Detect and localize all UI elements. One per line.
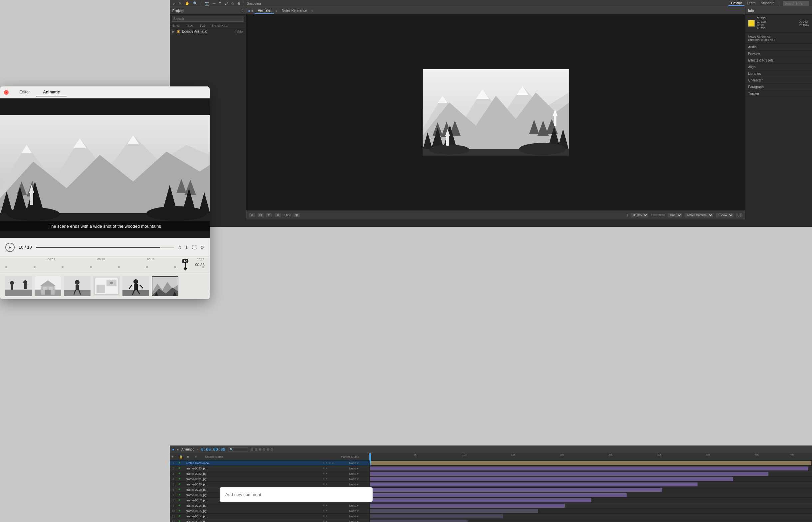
panel-character[interactable]: Character	[746, 77, 812, 84]
tl-icon-2[interactable]: ⊟	[255, 447, 257, 451]
tab-editor[interactable]: Editor	[13, 88, 36, 96]
lv-12[interactable]: 👁	[177, 520, 182, 522]
boords-progress-bar[interactable]	[36, 247, 174, 248]
home-icon[interactable]: ⌂	[172, 1, 176, 6]
tab-animatic[interactable]: Animatic	[36, 88, 66, 96]
hand-tool[interactable]: ✋	[185, 1, 190, 6]
project-menu-icon[interactable]: ☰	[240, 9, 243, 13]
lh-switches: Parent & Link	[341, 455, 368, 459]
shape-tool[interactable]: ◇	[231, 1, 235, 6]
view-select[interactable]: 1 View	[716, 213, 733, 218]
camera-select[interactable]: Active Camera	[684, 213, 713, 218]
filmstrip-frame-3[interactable]	[64, 276, 91, 296]
tl-icon-6[interactable]: ⊙	[271, 447, 273, 451]
quality-select[interactable]: Half	[668, 213, 682, 218]
viewer-trash[interactable]: 🗑	[293, 213, 300, 217]
workspace-learn[interactable]: Learn	[745, 1, 758, 6]
track-9	[369, 503, 812, 508]
layer-row-9[interactable]: 9 👁 frame-0016.jpg ⁜ ✦ None ▾	[170, 503, 369, 508]
layer-name-1: Notes Reference	[185, 461, 323, 465]
lv-4[interactable]: 👁	[177, 478, 182, 480]
layer-row-12[interactable]: 12 👁 frame-0013.jpg ⁜ ✦ None ▾	[170, 519, 369, 522]
filmstrip-frame-1[interactable]	[5, 276, 32, 296]
tl-search-input[interactable]	[228, 447, 248, 452]
svg-rect-52	[45, 289, 51, 295]
playhead[interactable]	[370, 453, 371, 461]
filmstrip-frame-5[interactable]	[122, 276, 149, 296]
music-icon[interactable]: ♫	[178, 245, 182, 250]
viewer-chan[interactable]: ⊕	[275, 213, 281, 217]
download-icon[interactable]: ⬇	[185, 245, 189, 250]
track-10	[369, 508, 812, 514]
layer-row-4[interactable]: 4 👁 frame-0021.jpg ⁜ ✦ None ▾	[170, 477, 369, 482]
layer-row-10[interactable]: 10 👁 frame-0015.jpg ⁜ ✦ None ▾	[170, 508, 369, 514]
panel-paragraph[interactable]: Paragraph	[746, 84, 812, 91]
filmstrip-frame-2[interactable]	[35, 276, 61, 296]
help-search[interactable]	[783, 1, 809, 6]
x-coord: X: 263	[799, 20, 809, 23]
lv-2[interactable]: 👁	[177, 467, 182, 470]
track-7	[369, 493, 812, 498]
lv-6[interactable]: 👁	[177, 488, 182, 491]
tab-animatic[interactable]: Animatic	[255, 8, 274, 14]
layer-row-5[interactable]: 5 👁 frame-0020.jpg ⁜ ✦ None ▾	[170, 482, 369, 487]
tl-icon-1[interactable]: ⊞	[251, 447, 253, 451]
boords-time-labels: 00:05 00:10 00:15 00:22	[5, 258, 204, 261]
lv-5[interactable]: 👁	[177, 483, 182, 486]
lv-1[interactable]: 👁	[177, 461, 182, 464]
panel-tracker[interactable]: Tracker	[746, 91, 812, 97]
tab-notes-reference[interactable]: Notes Reference	[278, 8, 310, 14]
workspace-standard[interactable]: Standard	[758, 1, 777, 6]
layer-parent-5: None ▾	[349, 483, 369, 486]
project-item-boords[interactable]: ▶ ▣ Boonds Animatic Folder	[170, 28, 246, 35]
panel-preview[interactable]: Preview	[746, 51, 812, 57]
paint-tool[interactable]: 🖌	[224, 1, 229, 6]
lv-11[interactable]: 👁	[177, 515, 182, 518]
track-6	[369, 487, 812, 493]
project-item-name: Boonds Animatic	[182, 29, 207, 33]
panel-align[interactable]: Align	[746, 64, 812, 71]
boords-close-button[interactable]: ×	[4, 90, 9, 95]
lv-10[interactable]: 👁	[177, 509, 182, 513]
puppet-tool[interactable]: ⊕	[237, 1, 241, 6]
viewer-grid[interactable]: ⊟	[257, 213, 264, 217]
panel-audio[interactable]: Audio	[746, 44, 812, 51]
col-name: Name	[172, 24, 180, 27]
lv-9[interactable]: 👁	[177, 504, 182, 507]
layer-row-1[interactable]: 1 👁 Notes Reference ⁜ ✦ ⊕ ◈ None ▾	[170, 461, 369, 466]
tl-icon-5[interactable]: ⊗	[267, 447, 269, 451]
tl-close[interactable]: ×	[197, 448, 198, 451]
project-search-input[interactable]	[172, 16, 244, 22]
filmstrip-frame-4[interactable]	[93, 276, 120, 296]
viewer-expand[interactable]: ⛶	[736, 213, 742, 217]
zoom-select[interactable]: 33.3%	[631, 213, 648, 218]
lv-7[interactable]: 👁	[177, 494, 182, 496]
fullscreen-icon[interactable]: ⛶	[192, 245, 197, 250]
camera-tool[interactable]: 📷	[204, 1, 210, 6]
comment-input[interactable]	[220, 487, 373, 502]
tl-icon-4[interactable]: ⊘	[263, 447, 265, 451]
lv-3[interactable]: 👁	[177, 472, 182, 475]
layer-row-11[interactable]: 11 👁 frame-0014.jpg ⁜ ✦ None ▾	[170, 514, 369, 519]
panel-libraries[interactable]: Libraries	[746, 71, 812, 77]
tl-icon-3[interactable]: ⊕	[258, 447, 261, 451]
lh-source: Source Name	[205, 455, 338, 459]
pen-tool[interactable]: ✏	[212, 1, 216, 6]
select-tool[interactable]: ↖	[178, 1, 182, 6]
ln-2: 2	[170, 467, 177, 470]
text-tool[interactable]: T	[218, 1, 222, 6]
layer-row-2[interactable]: 2 👁 frame-0023.jpg ⁜ ✦ None ▾	[170, 466, 369, 471]
svg-rect-54	[49, 287, 53, 290]
viewer-snap[interactable]: ⊞	[249, 213, 255, 217]
layer-row-3[interactable]: 3 👁 frame-0022.jpg ⁜ ✦ None ▾	[170, 471, 369, 477]
viewer-safe[interactable]: ⊡	[266, 213, 272, 217]
settings-icon[interactable]: ⚙	[200, 245, 204, 250]
sep-2	[244, 1, 244, 6]
workspace-default[interactable]: Default	[729, 1, 745, 6]
svg-rect-69	[134, 284, 138, 290]
lv-8[interactable]: 👁	[177, 499, 182, 502]
boords-play-button[interactable]: ▶	[5, 243, 15, 252]
zoom-tool[interactable]: 🔍	[192, 1, 198, 6]
filmstrip-frame-6[interactable]	[152, 276, 178, 296]
panel-effects-presets[interactable]: Effects & Presets	[746, 57, 812, 64]
